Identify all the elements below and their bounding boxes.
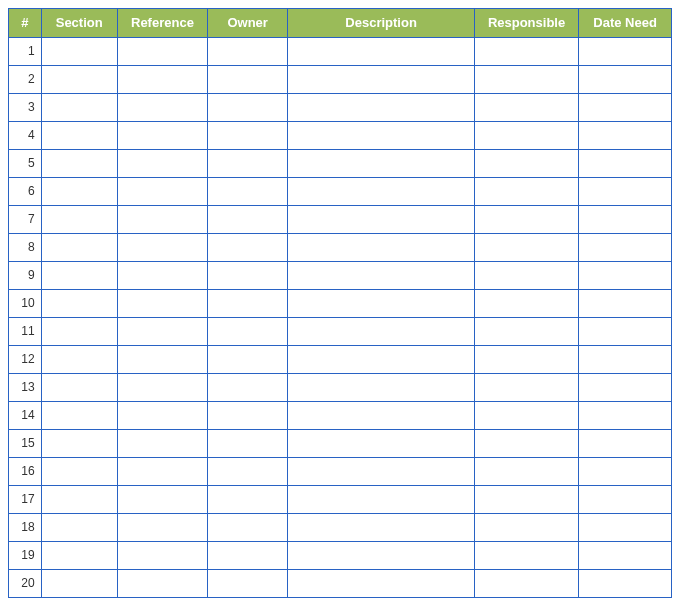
cell-num[interactable]: 9	[9, 261, 41, 289]
cell-reference[interactable]	[117, 93, 207, 121]
cell-owner[interactable]	[208, 513, 288, 541]
cell-responsible[interactable]	[474, 65, 578, 93]
cell-responsible[interactable]	[474, 261, 578, 289]
cell-num[interactable]: 7	[9, 205, 41, 233]
cell-owner[interactable]	[208, 485, 288, 513]
cell-owner[interactable]	[208, 37, 288, 65]
cell-date-need[interactable]	[579, 149, 671, 177]
cell-num[interactable]: 18	[9, 513, 41, 541]
cell-description[interactable]	[288, 65, 475, 93]
cell-section[interactable]	[41, 205, 117, 233]
cell-responsible[interactable]	[474, 513, 578, 541]
cell-num[interactable]: 16	[9, 457, 41, 485]
cell-description[interactable]	[288, 457, 475, 485]
cell-reference[interactable]	[117, 65, 207, 93]
cell-description[interactable]	[288, 93, 475, 121]
cell-date-need[interactable]	[579, 429, 671, 457]
cell-num[interactable]: 20	[9, 569, 41, 597]
cell-section[interactable]	[41, 345, 117, 373]
cell-section[interactable]	[41, 289, 117, 317]
cell-reference[interactable]	[117, 177, 207, 205]
cell-date-need[interactable]	[579, 289, 671, 317]
cell-description[interactable]	[288, 233, 475, 261]
cell-responsible[interactable]	[474, 289, 578, 317]
cell-description[interactable]	[288, 401, 475, 429]
cell-owner[interactable]	[208, 401, 288, 429]
cell-description[interactable]	[288, 345, 475, 373]
cell-responsible[interactable]	[474, 177, 578, 205]
cell-section[interactable]	[41, 93, 117, 121]
cell-reference[interactable]	[117, 121, 207, 149]
cell-owner[interactable]	[208, 65, 288, 93]
cell-reference[interactable]	[117, 401, 207, 429]
cell-owner[interactable]	[208, 233, 288, 261]
cell-reference[interactable]	[117, 541, 207, 569]
cell-num[interactable]: 2	[9, 65, 41, 93]
cell-section[interactable]	[41, 429, 117, 457]
cell-reference[interactable]	[117, 457, 207, 485]
cell-reference[interactable]	[117, 205, 207, 233]
cell-date-need[interactable]	[579, 317, 671, 345]
cell-owner[interactable]	[208, 457, 288, 485]
cell-description[interactable]	[288, 569, 475, 597]
cell-owner[interactable]	[208, 541, 288, 569]
cell-responsible[interactable]	[474, 541, 578, 569]
cell-responsible[interactable]	[474, 457, 578, 485]
cell-date-need[interactable]	[579, 345, 671, 373]
cell-responsible[interactable]	[474, 373, 578, 401]
cell-section[interactable]	[41, 65, 117, 93]
cell-reference[interactable]	[117, 345, 207, 373]
cell-section[interactable]	[41, 373, 117, 401]
cell-section[interactable]	[41, 233, 117, 261]
cell-owner[interactable]	[208, 345, 288, 373]
cell-responsible[interactable]	[474, 37, 578, 65]
cell-date-need[interactable]	[579, 485, 671, 513]
cell-date-need[interactable]	[579, 513, 671, 541]
cell-section[interactable]	[41, 457, 117, 485]
cell-description[interactable]	[288, 541, 475, 569]
cell-description[interactable]	[288, 485, 475, 513]
cell-date-need[interactable]	[579, 37, 671, 65]
cell-date-need[interactable]	[579, 205, 671, 233]
cell-description[interactable]	[288, 177, 475, 205]
cell-num[interactable]: 8	[9, 233, 41, 261]
cell-num[interactable]: 3	[9, 93, 41, 121]
cell-section[interactable]	[41, 37, 117, 65]
cell-responsible[interactable]	[474, 429, 578, 457]
cell-responsible[interactable]	[474, 569, 578, 597]
cell-reference[interactable]	[117, 233, 207, 261]
cell-num[interactable]: 14	[9, 401, 41, 429]
cell-owner[interactable]	[208, 149, 288, 177]
cell-num[interactable]: 12	[9, 345, 41, 373]
cell-owner[interactable]	[208, 93, 288, 121]
cell-owner[interactable]	[208, 429, 288, 457]
cell-reference[interactable]	[117, 485, 207, 513]
cell-section[interactable]	[41, 541, 117, 569]
cell-responsible[interactable]	[474, 93, 578, 121]
cell-num[interactable]: 1	[9, 37, 41, 65]
cell-description[interactable]	[288, 121, 475, 149]
cell-date-need[interactable]	[579, 541, 671, 569]
cell-description[interactable]	[288, 373, 475, 401]
cell-responsible[interactable]	[474, 317, 578, 345]
cell-num[interactable]: 6	[9, 177, 41, 205]
cell-owner[interactable]	[208, 569, 288, 597]
cell-date-need[interactable]	[579, 65, 671, 93]
cell-description[interactable]	[288, 149, 475, 177]
cell-reference[interactable]	[117, 261, 207, 289]
cell-description[interactable]	[288, 205, 475, 233]
cell-num[interactable]: 4	[9, 121, 41, 149]
cell-reference[interactable]	[117, 373, 207, 401]
cell-num[interactable]: 10	[9, 289, 41, 317]
cell-num[interactable]: 17	[9, 485, 41, 513]
cell-owner[interactable]	[208, 261, 288, 289]
cell-responsible[interactable]	[474, 149, 578, 177]
cell-reference[interactable]	[117, 569, 207, 597]
cell-responsible[interactable]	[474, 401, 578, 429]
cell-date-need[interactable]	[579, 93, 671, 121]
cell-section[interactable]	[41, 401, 117, 429]
cell-reference[interactable]	[117, 513, 207, 541]
cell-section[interactable]	[41, 569, 117, 597]
cell-owner[interactable]	[208, 317, 288, 345]
cell-reference[interactable]	[117, 37, 207, 65]
